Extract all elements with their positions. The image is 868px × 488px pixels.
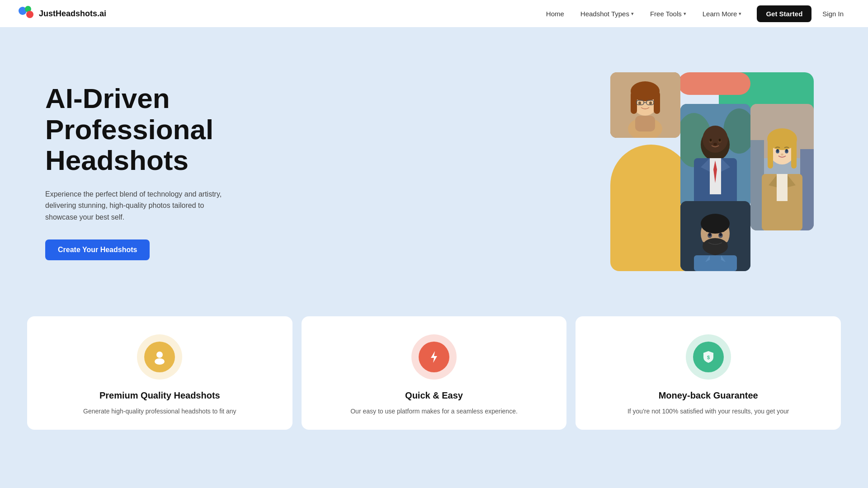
shield-icon: $ [701, 349, 716, 365]
hero-content: AI-Driven Professional Headshots Experie… [45, 83, 235, 260]
svg-point-61 [155, 358, 165, 365]
logo[interactable]: JustHeadshots.ai [18, 5, 106, 22]
navbar: JustHeadshots.ai Home Headshot Types ▾ F… [0, 0, 868, 27]
deco-salmon-pill [678, 72, 750, 95]
headshot-photo-3 [750, 104, 814, 230]
feature-icon-wrapper-guarantee: $ [686, 334, 731, 380]
svg-text:$: $ [707, 355, 710, 360]
nav-home[interactable]: Home [540, 6, 571, 21]
svg-marker-62 [431, 351, 437, 363]
feature-title-easy: Quick & Easy [405, 390, 463, 401]
hero-description: Experience the perfect blend of technolo… [45, 188, 235, 223]
svg-point-53 [708, 233, 711, 236]
feature-icon-circle-guarantee: $ [693, 342, 724, 372]
feature-icon-wrapper-quality [137, 334, 182, 380]
nav-learn-more[interactable]: Learn More ▾ [696, 6, 748, 21]
feature-icon-circle-easy [419, 342, 449, 372]
feature-icon-circle-quality [144, 342, 175, 372]
svg-rect-57 [694, 255, 737, 271]
create-headshots-button[interactable]: Create Your Headshots [45, 239, 150, 260]
feature-desc-easy: Our easy to use platform makes for a sea… [350, 406, 518, 416]
svg-point-19 [703, 126, 728, 153]
get-started-button[interactable]: Get Started [757, 5, 811, 22]
svg-point-11 [638, 102, 641, 105]
feature-title-guarantee: Money-back Guarantee [659, 390, 758, 401]
logo-icon [18, 5, 34, 22]
svg-rect-46 [777, 174, 788, 201]
lightning-icon [426, 349, 442, 365]
svg-rect-36 [768, 139, 773, 169]
nav-headshot-types[interactable]: Headshot Types ▾ [574, 6, 640, 21]
svg-point-40 [777, 149, 779, 152]
nav-free-tools[interactable]: Free Tools ▾ [644, 6, 693, 21]
navbar-actions: Get Started Sign In [757, 5, 850, 22]
sign-in-button[interactable]: Sign In [816, 5, 850, 22]
svg-rect-37 [791, 139, 797, 169]
feature-title-quality: Premium Quality Headshots [99, 390, 220, 401]
feature-desc-guarantee: If you're not 100% satisfied with your r… [627, 406, 789, 416]
svg-point-22 [710, 139, 712, 141]
features-section: Premium Quality Headshots Generate high-… [0, 307, 868, 457]
feature-card-easy: Quick & Easy Our easy to use platform ma… [302, 316, 567, 430]
svg-point-24 [713, 143, 717, 145]
logo-text: JustHeadshots.ai [39, 9, 106, 19]
headshot-photo-4 [680, 201, 750, 271]
learn-more-chevron-icon: ▾ [739, 11, 741, 17]
deco-amber-arch [610, 145, 692, 271]
svg-point-42 [781, 154, 783, 156]
feature-card-quality: Premium Quality Headshots Generate high-… [27, 316, 292, 430]
person-icon [152, 349, 167, 365]
feature-card-guarantee: $ Money-back Guarantee If you're not 100… [576, 316, 841, 430]
feature-icon-wrapper-easy [411, 334, 457, 380]
free-tools-chevron-icon: ▾ [684, 11, 686, 17]
svg-rect-7 [654, 91, 660, 114]
svg-point-41 [786, 149, 788, 152]
navbar-links: Home Headshot Types ▾ Free Tools ▾ Learn… [540, 6, 748, 21]
svg-rect-6 [631, 91, 637, 114]
svg-point-12 [649, 102, 652, 105]
svg-rect-14 [635, 116, 655, 131]
headshot-photo-1 [610, 72, 680, 138]
feature-desc-quality: Generate high-quality professional heads… [83, 406, 236, 416]
svg-point-54 [719, 233, 722, 236]
hero-section: AI-Driven Professional Headshots Experie… [0, 27, 868, 307]
hero-collage [610, 72, 814, 271]
headshot-types-chevron-icon: ▾ [631, 11, 634, 17]
hero-title: AI-Driven Professional Headshots [45, 83, 235, 176]
svg-point-60 [156, 352, 163, 358]
svg-point-2 [26, 11, 33, 18]
svg-point-23 [719, 139, 721, 141]
svg-point-50 [701, 214, 730, 234]
headshot-photo-2 [680, 104, 750, 208]
